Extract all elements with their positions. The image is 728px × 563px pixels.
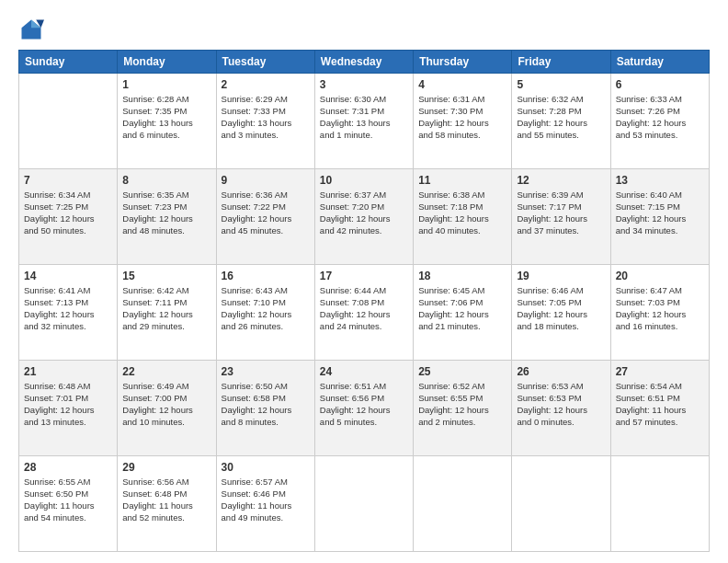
cell-line: Sunset: 7:08 PM <box>320 297 408 309</box>
cell-line: Sunrise: 6:36 AM <box>222 190 310 201</box>
cell-line: Sunset: 7:20 PM <box>320 201 408 213</box>
cell-line: and 6 minutes. <box>122 130 210 142</box>
day-number: 4 <box>418 77 506 92</box>
cell-line: and 21 minutes. <box>418 321 506 333</box>
day-number: 14 <box>24 269 112 283</box>
cell-line: Sunrise: 6:37 AM <box>320 190 408 201</box>
cell-line: Daylight: 12 hours <box>616 118 704 130</box>
cell-line: and 58 minutes. <box>418 130 506 142</box>
cell-line: Sunset: 6:53 PM <box>517 393 605 405</box>
cell-line: Daylight: 12 hours <box>222 213 310 225</box>
calendar-cell-14: 14Sunrise: 6:41 AMSunset: 7:13 PMDayligh… <box>19 265 118 361</box>
cell-line: Daylight: 11 hours <box>24 500 112 512</box>
cell-line: Sunset: 7:11 PM <box>122 297 210 309</box>
cell-line: Sunrise: 6:32 AM <box>517 94 605 106</box>
cell-line: Sunset: 7:31 PM <box>320 106 408 118</box>
cell-line: and 32 minutes. <box>24 321 112 333</box>
cell-line: Sunrise: 6:54 AM <box>616 381 704 393</box>
cell-line: Sunset: 7:10 PM <box>222 297 310 309</box>
day-header-tuesday: Tuesday <box>216 51 314 74</box>
cell-line: Sunrise: 6:28 AM <box>122 94 210 106</box>
cell-line: Sunset: 7:06 PM <box>418 297 506 309</box>
calendar-cell-25: 25Sunrise: 6:52 AMSunset: 6:55 PMDayligh… <box>414 361 512 456</box>
logo-icon <box>18 17 44 42</box>
cell-line: and 37 minutes. <box>517 225 605 237</box>
cell-line: Sunrise: 6:55 AM <box>24 477 112 488</box>
cell-line: and 10 minutes. <box>122 417 210 429</box>
cell-line: Sunset: 7:33 PM <box>222 106 310 118</box>
cell-line: Sunrise: 6:31 AM <box>418 94 506 106</box>
calendar-cell-24: 24Sunrise: 6:51 AMSunset: 6:56 PMDayligh… <box>314 361 413 456</box>
cell-line: and 0 minutes. <box>517 417 605 429</box>
calendar-cell-22: 22Sunrise: 6:49 AMSunset: 7:00 PMDayligh… <box>118 361 216 456</box>
cell-line: Sunrise: 6:40 AM <box>616 190 704 201</box>
cell-line: Daylight: 12 hours <box>616 213 704 225</box>
empty-cell <box>314 456 413 552</box>
cell-line: Daylight: 12 hours <box>24 309 112 321</box>
cell-line: Sunrise: 6:52 AM <box>418 381 506 393</box>
cell-line: Daylight: 11 hours <box>122 500 210 512</box>
cell-line: Sunset: 7:00 PM <box>122 393 210 405</box>
cell-line: and 29 minutes. <box>122 321 210 333</box>
empty-cell <box>610 456 709 552</box>
cell-line: Daylight: 12 hours <box>222 405 310 417</box>
cell-line: Daylight: 12 hours <box>320 213 408 225</box>
day-number: 16 <box>222 269 310 283</box>
cell-line: Daylight: 12 hours <box>517 309 605 321</box>
cell-line: and 18 minutes. <box>517 321 605 333</box>
calendar-header: SundayMondayTuesdayWednesdayThursdayFrid… <box>19 51 710 74</box>
cell-line: Daylight: 12 hours <box>418 213 506 225</box>
cell-line: Sunrise: 6:48 AM <box>24 381 112 393</box>
day-number: 6 <box>616 77 704 92</box>
calendar-cell-6: 6Sunrise: 6:33 AMSunset: 7:26 PMDaylight… <box>610 74 709 169</box>
calendar-week-1: 1Sunrise: 6:28 AMSunset: 7:35 PMDaylight… <box>19 74 710 169</box>
cell-line: and 40 minutes. <box>418 225 506 237</box>
cell-line: Sunrise: 6:49 AM <box>122 381 210 393</box>
day-number: 15 <box>122 269 210 283</box>
day-number: 22 <box>122 364 210 379</box>
cell-line: Daylight: 12 hours <box>418 309 506 321</box>
cell-line: Sunset: 7:26 PM <box>616 106 704 118</box>
day-number: 9 <box>222 173 310 188</box>
day-number: 11 <box>418 173 506 188</box>
day-number: 13 <box>616 173 704 188</box>
cell-line: Sunset: 7:23 PM <box>122 201 210 213</box>
cell-line: and 26 minutes. <box>222 321 310 333</box>
calendar-cell-15: 15Sunrise: 6:42 AMSunset: 7:11 PMDayligh… <box>118 265 216 361</box>
calendar-cell-21: 21Sunrise: 6:48 AMSunset: 7:01 PMDayligh… <box>19 361 118 456</box>
calendar-cell-28: 28Sunrise: 6:55 AMSunset: 6:50 PMDayligh… <box>19 456 118 552</box>
cell-line: Sunrise: 6:47 AM <box>616 285 704 297</box>
cell-line: Daylight: 12 hours <box>517 405 605 417</box>
calendar-week-4: 21Sunrise: 6:48 AMSunset: 7:01 PMDayligh… <box>19 361 710 456</box>
day-number: 2 <box>222 77 310 92</box>
calendar-body: 1Sunrise: 6:28 AMSunset: 7:35 PMDaylight… <box>19 74 710 552</box>
cell-line: Sunrise: 6:35 AM <box>122 190 210 201</box>
cell-line: Daylight: 11 hours <box>616 405 704 417</box>
cell-line: and 52 minutes. <box>122 512 210 524</box>
cell-line: and 48 minutes. <box>122 225 210 237</box>
cell-line: and 3 minutes. <box>222 130 310 142</box>
day-number: 24 <box>320 364 408 379</box>
cell-line: Sunrise: 6:33 AM <box>616 94 704 106</box>
day-header-thursday: Thursday <box>414 51 512 74</box>
cell-line: Daylight: 12 hours <box>418 118 506 130</box>
calendar-cell-30: 30Sunrise: 6:57 AMSunset: 6:46 PMDayligh… <box>216 456 314 552</box>
calendar-cell-5: 5Sunrise: 6:32 AMSunset: 7:28 PMDaylight… <box>512 74 610 169</box>
calendar-cell-4: 4Sunrise: 6:31 AMSunset: 7:30 PMDaylight… <box>414 74 512 169</box>
cell-line: and 5 minutes. <box>320 417 408 429</box>
day-number: 12 <box>517 173 605 188</box>
day-header-friday: Friday <box>512 51 610 74</box>
cell-line: Daylight: 12 hours <box>24 213 112 225</box>
cell-line: Sunset: 6:55 PM <box>418 393 506 405</box>
cell-line: Sunrise: 6:51 AM <box>320 381 408 393</box>
cell-line: Daylight: 12 hours <box>517 118 605 130</box>
header-row: SundayMondayTuesdayWednesdayThursdayFrid… <box>19 51 710 74</box>
day-number: 26 <box>517 364 605 379</box>
calendar-cell-18: 18Sunrise: 6:45 AMSunset: 7:06 PMDayligh… <box>414 265 512 361</box>
cell-line: Sunset: 7:01 PM <box>24 393 112 405</box>
cell-line: Daylight: 13 hours <box>122 118 210 130</box>
cell-line: Sunset: 6:50 PM <box>24 488 112 500</box>
calendar-cell-20: 20Sunrise: 6:47 AMSunset: 7:03 PMDayligh… <box>610 265 709 361</box>
cell-line: and 57 minutes. <box>616 417 704 429</box>
cell-line: Sunrise: 6:56 AM <box>122 477 210 488</box>
